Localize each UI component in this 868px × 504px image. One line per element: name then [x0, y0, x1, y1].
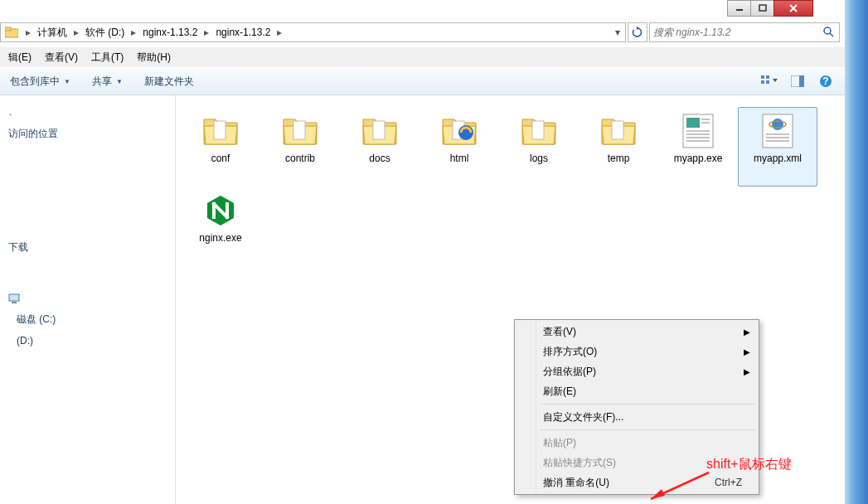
menu-bar: 辑(E) 查看(V) 工具(T) 帮助(H) [0, 47, 845, 67]
xml-icon [758, 111, 798, 151]
breadcrumb-sep-icon: ▸ [201, 27, 212, 38]
breadcrumb-item[interactable]: nginx-1.13.2 [139, 23, 201, 41]
nav-computer-item[interactable] [0, 288, 175, 308]
annotation-arrow-icon [638, 471, 713, 504]
search-input[interactable] [653, 27, 822, 38]
nav-local-disk-c[interactable]: 磁盘 (C:) [0, 308, 175, 331]
refresh-button[interactable] [628, 22, 647, 42]
svg-rect-11 [766, 80, 769, 84]
chevron-down-icon: ▼ [116, 78, 123, 85]
svg-rect-5 [5, 27, 11, 31]
toolbar-share[interactable]: 共享 ▼ [87, 71, 128, 92]
folder-icon [599, 111, 638, 151]
chevron-right-icon: ▶ [744, 327, 750, 337]
file-item[interactable]: contrib [260, 107, 340, 187]
toolbar-include-in-library[interactable]: 包含到库中 ▼ [5, 71, 75, 92]
svg-rect-10 [761, 80, 764, 84]
breadcrumb-sep-icon: ▸ [128, 27, 139, 38]
ctx-shortcut-text: Ctrl+Z [715, 477, 742, 488]
menu-help[interactable]: 帮助(H) [130, 48, 177, 67]
file-label: contrib [282, 151, 318, 167]
file-label: docs [366, 151, 393, 167]
svg-rect-16 [9, 294, 19, 301]
svg-rect-26 [686, 118, 700, 128]
ctx-sort[interactable]: 排序方式(O) ▶ [516, 342, 757, 361]
file-item[interactable]: myapp.exe [658, 107, 738, 187]
svg-rect-19 [293, 121, 305, 139]
svg-point-34 [772, 119, 783, 130]
svg-point-6 [824, 27, 831, 34]
ctx-separator [541, 404, 755, 405]
svg-rect-13 [799, 75, 804, 87]
nginx-icon [201, 191, 240, 230]
breadcrumb-item[interactable]: 软件 (D:) [82, 23, 128, 41]
breadcrumb-sep-icon: ▸ [22, 27, 34, 38]
svg-marker-40 [651, 489, 665, 499]
file-item[interactable]: nginx.exe [181, 187, 260, 266]
file-label: html [447, 151, 473, 167]
toolbar-label: 共享 [92, 75, 112, 89]
ctx-view[interactable]: 查看(V) ▶ [516, 322, 757, 342]
svg-rect-24 [612, 121, 623, 139]
menu-view[interactable]: 查看(V) [38, 48, 85, 67]
toolbar-new-folder[interactable]: 新建文件夹 [139, 71, 199, 92]
minimize-button[interactable] [727, 0, 751, 17]
file-item[interactable]: conf [181, 107, 260, 187]
file-label: conf [208, 151, 234, 167]
ctx-separator [541, 429, 755, 430]
svg-rect-9 [766, 75, 769, 79]
maximize-button[interactable] [750, 0, 774, 17]
folder-icon [280, 111, 320, 151]
window-controls [728, 0, 813, 17]
toolbar: 包含到库中 ▼ 共享 ▼ 新建文件夹 ? [0, 67, 845, 95]
file-item[interactable]: temp [579, 107, 658, 187]
file-label: myapp.exe [671, 151, 726, 167]
nav-quickaccess-item[interactable]: 、 [0, 100, 175, 123]
breadcrumb-item[interactable]: 计算机 [34, 23, 70, 41]
svg-rect-20 [373, 121, 385, 139]
breadcrumb[interactable]: ▸ 计算机 ▸ 软件 (D:) ▸ nginx-1.13.2 ▸ nginx-1… [0, 22, 626, 42]
ctx-customize-folder[interactable]: 自定义文件夹(F)... [516, 407, 757, 427]
ctx-undo-rename[interactable]: 撤消 重命名(U) Ctrl+Z [516, 472, 757, 492]
help-button[interactable]: ? [815, 72, 836, 90]
file-item[interactable]: logs [499, 107, 579, 187]
file-item[interactable]: myapp.xml [738, 107, 817, 187]
ctx-group[interactable]: 分组依据(P) ▶ [516, 361, 757, 381]
nav-downloads[interactable]: 下载 [0, 236, 175, 259]
file-label: myapp.xml [750, 151, 805, 167]
folder-icon [201, 111, 240, 151]
desktop-background-sliver [845, 0, 868, 504]
breadcrumb-history-dropdown[interactable]: ▾ [610, 27, 625, 38]
ctx-paste: 粘贴(P) [516, 433, 757, 453]
annotation-text: shift+鼠标右键 [706, 456, 792, 473]
search-box[interactable] [649, 22, 840, 42]
ctx-refresh[interactable]: 刷新(E) [516, 381, 757, 401]
svg-rect-17 [12, 302, 17, 303]
view-options-button[interactable] [759, 72, 780, 90]
nav-recent-locations[interactable]: 访问的位置 [0, 123, 175, 145]
breadcrumb-sep-icon: ▸ [274, 27, 285, 38]
toolbar-label: 包含到库中 [10, 75, 60, 89]
navigation-pane[interactable]: 、 访问的位置 下载 磁盘 (C:) (D:) [0, 95, 176, 504]
search-icon[interactable] [822, 26, 836, 40]
toolbar-label: 新建文件夹 [144, 75, 194, 89]
svg-line-7 [830, 33, 833, 36]
menu-tools[interactable]: 工具(T) [85, 48, 130, 67]
file-item[interactable]: docs [340, 107, 419, 187]
svg-rect-8 [761, 75, 764, 79]
folder-icon [360, 111, 400, 151]
file-label: logs [526, 151, 551, 167]
config-icon [678, 111, 718, 151]
close-button[interactable] [773, 0, 813, 17]
address-bar-row: ▸ 计算机 ▸ 软件 (D:) ▸ nginx-1.13.2 ▸ nginx-1… [0, 20, 845, 45]
svg-text:?: ? [822, 75, 828, 87]
file-item[interactable]: html [419, 107, 499, 187]
menu-edit[interactable]: 辑(E) [2, 48, 38, 67]
file-label: temp [604, 151, 633, 167]
folder-ie-icon [439, 111, 479, 151]
preview-pane-button[interactable] [787, 72, 808, 90]
svg-rect-1 [759, 5, 766, 11]
nav-drive-d[interactable]: (D:) [0, 331, 175, 351]
breadcrumb-item[interactable]: nginx-1.13.2 [212, 23, 274, 41]
chevron-right-icon: ▶ [744, 367, 750, 376]
